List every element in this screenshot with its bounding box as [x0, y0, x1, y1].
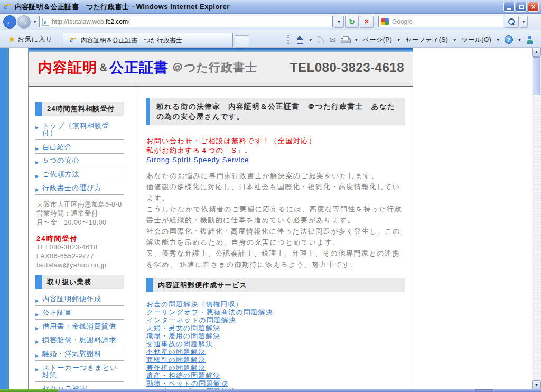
taskbar-edge	[0, 389, 541, 392]
taskbar-button-edge	[475, 389, 493, 392]
site-title-name: ＠つた行政書士	[172, 60, 257, 76]
contact-tel: TEL080-3823-4618	[36, 243, 124, 252]
link-commercial[interactable]: 商取引の問題解決	[146, 356, 405, 364]
help-dropdown-icon[interactable]	[518, 38, 521, 42]
safety-menu[interactable]: セーフティ(S)	[405, 35, 448, 44]
scroll-down-button[interactable]	[532, 380, 541, 389]
search-button[interactable]	[505, 16, 519, 28]
link-traffic-accident[interactable]: 交通事故の問題解決	[146, 340, 405, 348]
paragraph: こうしたなかで依頼者のご要望に応えるには、高度な専門性を持った行政書士が組織的・…	[146, 203, 405, 226]
mail-button[interactable]	[329, 35, 336, 44]
triangle-bullet-icon	[35, 365, 39, 374]
ie-tab-icon	[69, 36, 77, 44]
page-dropdown-icon[interactable]	[397, 38, 400, 42]
sidebar-item-naiyo-shomei[interactable]: 内容証明郵便作成	[35, 292, 124, 306]
free-consultation-line: お問い合わせ・ご相談は無料です！（全国対応）	[146, 136, 405, 146]
link-workplace-problems[interactable]: 職場・雇用の問題解決	[146, 332, 405, 340]
sidebar-item-divorce[interactable]: 離婚・浮気慰謝料	[35, 347, 124, 361]
triangle-bullet-icon	[35, 158, 39, 166]
contact-24h-label: 24時間受付	[36, 234, 124, 243]
business-hours-label: 営業時間：通常受付	[36, 209, 124, 218]
sidebar-item-damages-claim[interactable]: 損害賠償・慰謝料請求	[35, 333, 124, 347]
sidebar-item-profile[interactable]: 自己紹介	[35, 140, 124, 154]
close-button[interactable]	[528, 2, 539, 12]
link-couple-problems[interactable]: 夫婦・男女の問題解決	[146, 324, 405, 332]
triangle-bullet-icon	[35, 296, 39, 305]
feed-icon[interactable]	[317, 36, 324, 43]
scroll-up-button[interactable]	[532, 48, 541, 57]
home-dropdown-icon[interactable]	[309, 38, 312, 42]
print-dropdown-icon[interactable]	[355, 38, 358, 42]
start-button-edge[interactable]	[0, 389, 58, 392]
history-dropdown-icon[interactable]	[33, 20, 37, 24]
home-button[interactable]	[295, 36, 304, 43]
vertical-scrollbar[interactable]	[532, 48, 541, 389]
safety-dropdown-icon[interactable]	[453, 38, 456, 42]
maximize-icon	[519, 5, 524, 9]
toolbar-grip-icon	[287, 35, 289, 44]
new-tab-button[interactable]	[235, 35, 249, 47]
sidebar-item-stalker[interactable]: ストーカーつきまとい対策	[35, 361, 124, 382]
contact-fax: FAX06-6552-9777	[36, 252, 124, 261]
address-dropdown-button[interactable]	[334, 16, 344, 28]
sidebar-section-services: 取り扱い業務	[35, 275, 124, 289]
sidebar: 24時間無料相談受付 トップ（無料相談受付） 自己紹介 ５つの安心 ご依頼方法 …	[29, 87, 139, 392]
site-header: 内容証明 ＆ 公正証書 ＠つた行政書士 TEL080-3823-4618	[29, 52, 413, 81]
triangle-bullet-icon	[35, 324, 39, 332]
site-header-sub	[29, 81, 413, 87]
address-bar-input[interactable]: http://tsutalaw.web.fc2.com/	[39, 16, 333, 27]
headline-box: 頼れる街の法律家 内容証明＆公正証書 ＠つた行政書士 あなたの為の安心屋さんです…	[146, 98, 405, 125]
site-header-gradient	[29, 48, 413, 52]
paragraph: 又、優秀な弁護士、公認会計士、税理士、弁理士、その他専門家との連携を深め、 迅速…	[146, 248, 405, 270]
stop-button[interactable]	[360, 16, 374, 28]
paragraph: あなたのお悩みに専門家行政書士が解決案のご提案をいたします。	[146, 170, 405, 181]
ie-logo-icon	[2, 2, 12, 12]
favorites-button[interactable]: お気に入り	[3, 33, 58, 47]
sidebar-item-kosei-shosho[interactable]: 公正証書	[35, 306, 124, 320]
blue-square-icon	[146, 278, 153, 292]
sidebar-item-top[interactable]: トップ（無料相談受付）	[35, 119, 124, 140]
link-cooling-off[interactable]: クーリングオフ・悪徳商法の問題解決	[146, 309, 405, 316]
main-content: 頼れる街の法律家 内容証明＆公正証書 ＠つた行政書士 あなたの為の安心屋さんです…	[139, 87, 413, 392]
minimize-icon	[507, 8, 511, 10]
service-section-header: 内容証明郵便作成サービス	[146, 278, 405, 292]
tab-bar: お気に入り 内容証明＆公正証書 つた行政書士 ページ(P) セーフティ(S) ツ…	[0, 30, 541, 48]
paragraph: 価値観の多様化に対応し、日本社会も国際化・複雑化・高度情報化しています。	[146, 181, 405, 203]
sidebar-item-five-assurances[interactable]: ５つの安心	[35, 154, 124, 167]
service-links: お金の問題解決（債権回収） クーリングオフ・悪徳商法の問題解決 インターネットの…	[146, 301, 405, 392]
messenger-icon[interactable]	[526, 36, 534, 44]
page-menu[interactable]: ページ(P)	[363, 35, 393, 44]
site-title-red: 内容証明	[38, 58, 97, 77]
window-title: 内容証明＆公正証書 つた行政書士 - Windows Internet Expl…	[15, 2, 230, 12]
site-container: 内容証明 ＆ 公正証書 ＠つた行政書士 TEL080-3823-4618 24時…	[28, 48, 413, 392]
link-copyright[interactable]: 著作権の問題解決	[146, 364, 405, 372]
forward-button[interactable]	[17, 15, 31, 29]
print-button[interactable]	[341, 36, 350, 43]
back-button[interactable]	[3, 15, 16, 29]
intro-paragraphs: あなたのお悩みに専門家行政書士が解決案のご提案をいたします。 価値観の多様化に対…	[146, 170, 405, 270]
sidebar-item-request-method[interactable]: ご依頼方法	[35, 167, 124, 181]
link-money-problems[interactable]: お金の問題解決（債権回収）	[146, 301, 405, 309]
sidebar-item-choosing-gyoseishoshi[interactable]: 行政書士の選び方	[35, 181, 124, 195]
link-pets[interactable]: 動物・ペットの問題解決	[146, 380, 405, 388]
active-tab[interactable]: 内容証明＆公正証書 つた行政書士	[63, 33, 233, 47]
tools-menu[interactable]: ツール(O)	[461, 35, 491, 44]
search-input[interactable]: Google	[378, 16, 503, 27]
help-button[interactable]	[505, 35, 513, 44]
sidebar-section-consult: 24時間無料相談受付	[35, 102, 124, 116]
link-real-estate[interactable]: 不動産の問題解決	[146, 348, 405, 356]
contact-email: tsutalaw@yahoo.co.jp	[36, 261, 124, 270]
sidebar-item-loan-documents[interactable]: 借用書・金銭消費貸借	[35, 320, 124, 333]
headline-text: 頼れる街の法律家 内容証明＆公正証書 ＠つた行政書士 あなたの為の安心屋さんです…	[150, 98, 405, 125]
maximize-button[interactable]	[516, 2, 527, 12]
address-toolbar: http://tsutalaw.web.fc2.com/ Google	[0, 14, 541, 30]
link-internet-problems[interactable]: インターネットの問題解決	[146, 316, 405, 324]
scrollbar-thumb[interactable]	[533, 57, 540, 95]
link-inheritance[interactable]: 遺産・相続の問題解決	[146, 372, 405, 380]
triangle-bullet-icon	[35, 185, 39, 194]
tools-dropdown-icon[interactable]	[496, 38, 500, 42]
search-dropdown-button[interactable]	[520, 16, 528, 28]
page-viewport: 内容証明 ＆ 公正証書 ＠つた行政書士 TEL080-3823-4618 24時…	[0, 48, 541, 392]
refresh-button[interactable]	[345, 16, 359, 28]
minimize-button[interactable]	[503, 2, 515, 12]
